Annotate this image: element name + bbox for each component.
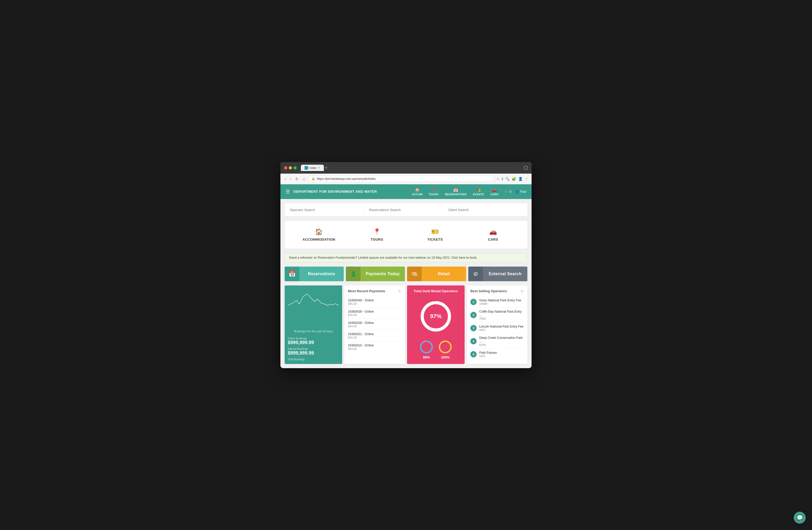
tab-close-button[interactable]: ✕ (318, 166, 320, 169)
browser-titlebar: index ✕ + (280, 162, 532, 173)
payment-item-3: 16360438 - Online $44.00 (348, 319, 401, 330)
new-tab-button[interactable]: + (325, 166, 327, 170)
svg-point-3 (421, 341, 432, 353)
seller-info-1: Innes National Park Entry Fee 14588 (479, 298, 524, 305)
seller-name-5: Park Passes (479, 351, 524, 354)
nav-items: 🏠 ACCOM 📍 TOURS 📅 RESERVATIONS 🎭 EVENTS … (412, 187, 498, 196)
small-donut-label-1: 89% (423, 355, 430, 359)
tab-title: index (310, 166, 317, 169)
profile-icon[interactable]: 👤 (518, 177, 523, 181)
payment-amount-1: $35.00 (348, 302, 401, 305)
seller-info-3: Lincoln National Park Entry Fee 6967 (479, 325, 524, 332)
events-icon: 🎭 (476, 187, 481, 192)
payment-item-2: 16360439 - Online $25.00 (348, 308, 401, 319)
payment-item-1: 16360449 - Online $35.00 (348, 296, 401, 308)
menu-icon[interactable]: ⋮ (525, 177, 528, 181)
cart-icon[interactable]: 🛒 0 (505, 190, 511, 194)
internal-bookings-value: $999,999.99 (288, 350, 339, 356)
gold-medal-card: Total Gold Medal Operators 97% (407, 285, 465, 364)
external-search-button[interactable]: ⊘ External Search (468, 267, 527, 281)
app-content: ☰ DEPARTMENT FOR ENVIRONMENT AND WATER 🏠… (280, 184, 532, 364)
seller-name-3: Lincoln National Park Entry Fee (479, 325, 524, 329)
nav-item-events[interactable]: 🎭 EVENTS (473, 187, 484, 196)
bookings-chart (288, 289, 339, 330)
payment-amount-3: $44.00 (348, 325, 401, 328)
forward-button[interactable]: › (289, 176, 292, 181)
seller-count-4: 6199 (479, 343, 524, 346)
seller-info-5: Park Passes 5307 (479, 351, 524, 358)
events-label: EVENTS (473, 193, 484, 196)
sellers-refresh-icon[interactable]: ↻ (521, 289, 524, 293)
bookmark-icon[interactable]: ☆ (496, 177, 499, 181)
payments-button[interactable]: 💲 Payments Today (346, 267, 405, 281)
small-donuts: 89% 100% (419, 340, 452, 359)
nav-item-reservations[interactable]: 📅 RESERVATIONS (445, 187, 467, 196)
cars-icon: 🚗 (492, 187, 497, 192)
sellers-card-header: Best Selling Operators ↻ (470, 289, 524, 293)
accommodation-label: ACCOMMODATION (302, 237, 335, 241)
client-search-input[interactable] (443, 207, 522, 213)
nav-item-cars[interactable]: 🚗 CARS (491, 187, 498, 196)
tours-label: TOURS (429, 193, 438, 196)
seller-name-4: Deep Creek Conservation Park ... (479, 336, 524, 343)
extensions-icon[interactable]: 🧩 (512, 177, 516, 181)
rank-badge-1: 1 (470, 299, 477, 305)
small-donut-1: 89% (419, 340, 434, 359)
close-button[interactable] (284, 166, 287, 169)
category-tours[interactable]: 📍 TOURS (348, 226, 406, 243)
search-section (285, 203, 527, 217)
reservations-button[interactable]: 📅 Reservations (285, 267, 344, 281)
chat-button[interactable]: 💬 (794, 512, 806, 524)
zoom-icon[interactable]: 🔍 (505, 177, 510, 181)
url-text: https://pvt.bookeasy.com.au/console/inde… (317, 177, 376, 181)
user-name: Paul (520, 190, 526, 194)
payment-name-4: 16360421 - Online (348, 332, 401, 336)
payment-name-2: 16360439 - Online (348, 310, 401, 313)
category-tickets[interactable]: 🎫 TICKETS (406, 226, 464, 243)
retail-button[interactable]: 🛍 Retail (407, 267, 466, 281)
payment-amount-5: $44.00 (348, 347, 401, 350)
minimize-button[interactable] (289, 166, 292, 169)
accom-icon: 🏠 (415, 187, 420, 192)
alert-text: Need a refresher on Reservation Fundamen… (289, 256, 477, 260)
seller-name-2: Coffin Bay National Park Entry ... (479, 310, 524, 317)
category-accommodation[interactable]: 🏠 ACCOMMODATION (290, 226, 348, 243)
donut-percentage: 97% (430, 313, 441, 320)
maximize-button[interactable] (293, 166, 296, 169)
reservations-search-input[interactable] (364, 207, 443, 213)
alert-banner: Need a refresher on Reservation Fundamen… (285, 253, 527, 262)
reservations-label: RESERVATIONS (445, 193, 467, 196)
online-bookings-label: Online Bookings (288, 337, 339, 340)
browser-tab[interactable]: index ✕ (301, 165, 324, 171)
line-chart-svg (288, 289, 339, 309)
reservations-icon: 📅 (453, 187, 459, 192)
reload-button[interactable]: ↻ (294, 176, 300, 181)
seller-info-2: Coffin Bay National Park Entry ... 7058 (479, 310, 524, 320)
small-donut-svg-1 (419, 340, 434, 354)
bookings-card: Bookings For the past 30 days Online Boo… (285, 285, 342, 364)
online-bookings-value: $999,999.99 (288, 340, 339, 345)
back-button[interactable]: ‹ (284, 176, 287, 181)
payments-card-title: Most Recent Payments (348, 289, 385, 293)
category-cars[interactable]: 🚗 CARS (464, 226, 522, 243)
seller-item-5: 5 Park Passes 5307 (470, 349, 524, 360)
small-donut-svg-2 (438, 340, 452, 354)
payment-amount-4: $26.00 (348, 336, 401, 339)
accommodation-icon: 🏠 (315, 228, 323, 235)
operator-search-input[interactable] (290, 207, 364, 213)
user-icon[interactable]: 👤 Paul (515, 190, 526, 194)
payments-card: Most Recent Payments ↻ 16360449 - Online… (344, 285, 405, 364)
payments-list: 16360449 - Online $35.00 16360439 - Onli… (348, 296, 401, 352)
seller-item-4: 4 Deep Creek Conservation Park ... 6199 (470, 334, 524, 349)
home-button[interactable]: ⌂ (302, 176, 306, 181)
external-btn-icon: ⊘ (468, 267, 483, 281)
dashboard-row: Bookings For the past 30 days Online Boo… (285, 285, 527, 364)
nav-item-tours[interactable]: 📍 TOURS (429, 187, 438, 196)
hamburger-menu[interactable]: ☰ (286, 189, 290, 195)
address-bar[interactable]: 🔒 https://pvt.bookeasy.com.au/console/in… (308, 176, 494, 182)
info-icon[interactable]: ℹ (502, 177, 503, 181)
reservations-btn-icon: 📅 (285, 267, 299, 281)
cars-label: CARS (491, 193, 498, 196)
payments-refresh-icon[interactable]: ↻ (398, 289, 401, 293)
nav-item-accom[interactable]: 🏠 ACCOM (412, 187, 422, 196)
